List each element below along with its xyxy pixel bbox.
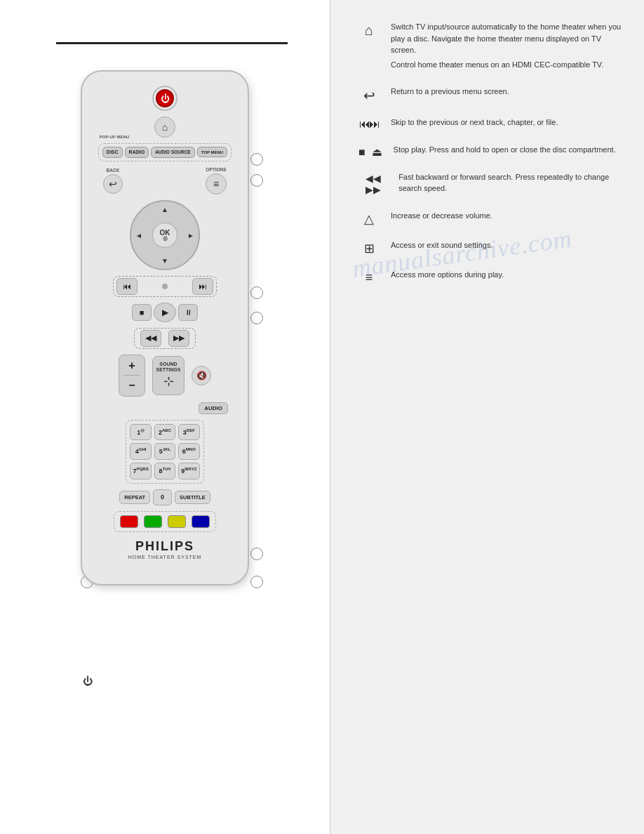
stop-section-text: Stop play. Press and hold to open or clo…	[394, 144, 616, 159]
callout-r1	[250, 153, 263, 166]
nav-circle: ▲ ▼ ◄ ► OK ⦿	[130, 200, 200, 270]
options-icon: ≡	[213, 178, 219, 190]
num3-sub: DEF	[187, 428, 195, 432]
num8-button[interactable]: 8TUV	[154, 463, 175, 479]
options-button[interactable]: ≡	[206, 173, 227, 194]
numpad-row: 1@ 2ABC 3DEF 4GHI 5JKL 6MNO 7PQRS 8TUV 9…	[96, 420, 234, 484]
nav-right-button[interactable]: ►	[187, 231, 194, 239]
disc-button[interactable]: DISC	[102, 147, 123, 158]
pause-button[interactable]: ⏸	[178, 304, 198, 321]
ok-label: OK	[160, 229, 170, 237]
stop-section-icon: ■ ⏏	[358, 145, 382, 159]
back-section-icon: ↩	[358, 87, 380, 104]
numpad: 1@ 2ABC 3DEF 4GHI 5JKL 6MNO 7PQRS 8TUV 9…	[126, 420, 203, 484]
power-symbol-icon: ⏻	[83, 675, 93, 687]
rewind-button[interactable]: ◀◀	[140, 330, 161, 347]
top-menu-button[interactable]: TOP MENU	[197, 147, 227, 157]
play-button[interactable]: ▶	[154, 303, 176, 322]
transport-row: ■ ▶ ⏸	[96, 303, 234, 322]
remote-wrap: ⏻ ⌂ POP-UP MENU DISC RADIO AUDIO SOURCE	[70, 70, 260, 585]
options-label: OPTIONS	[206, 167, 226, 172]
num2-button[interactable]: 2ABC	[154, 424, 175, 441]
num4-button[interactable]: 4GHI	[130, 443, 151, 460]
num2-sub: ABC	[162, 428, 171, 432]
power-button[interactable]: ⏻	[152, 86, 177, 111]
right-panel: manualsarchive.com ⌂ Switch TV input/sou…	[330, 0, 644, 834]
brand-name: PHILIPS	[96, 539, 234, 554]
skip-prev-button[interactable]: ⏮	[116, 278, 137, 295]
fastfwd-button[interactable]: ▶▶	[168, 330, 189, 347]
num3-button[interactable]: 3DEF	[178, 424, 199, 441]
yellow-button[interactable]	[168, 515, 186, 528]
num1-sub: @	[140, 428, 145, 432]
mute-button[interactable]: 🔇	[192, 366, 211, 385]
callout-r4	[250, 312, 263, 324]
num5-sub: JKL	[163, 447, 170, 451]
num1-button[interactable]: 1@	[130, 424, 151, 441]
ff-section-text: Fast backward or forward search. Press r…	[398, 171, 623, 197]
home-icon: ⌂	[162, 121, 168, 133]
num0-button[interactable]: 0	[153, 489, 172, 505]
stop-button[interactable]: ■	[132, 304, 152, 321]
mute-icon: 🔇	[196, 371, 207, 380]
skip-group: ⏮ ⏭	[113, 276, 217, 297]
audio-button[interactable]: AUDIO	[199, 402, 228, 414]
power-icon: ⏻	[161, 93, 170, 104]
skip-prev-icon: ⏮	[123, 282, 131, 291]
left-panel: ⏻ ⌂ POP-UP MENU DISC RADIO AUDIO SOURCE	[0, 0, 330, 834]
vol-section-icon: △	[358, 211, 380, 227]
callout-r5	[250, 548, 263, 560]
vol-section-text: Increase or decrease volume.	[391, 210, 492, 225]
num6-button[interactable]: 6MNO	[178, 443, 199, 460]
num9-sub: WXYZ	[185, 467, 196, 471]
ok-button[interactable]: OK ⦿	[152, 223, 177, 248]
nav-left-button[interactable]: ◄	[135, 231, 142, 239]
skip-next-icon: ⏭	[199, 282, 207, 291]
green-button[interactable]	[144, 515, 162, 528]
rp-section-sound: ⊞ Access or exit sound settings.	[358, 239, 623, 256]
nav-up-button[interactable]: ▲	[161, 206, 168, 213]
sound-section-icon: ⊞	[358, 241, 380, 256]
popup-menu-label: POP-UP MENU	[100, 135, 129, 139]
volume-control[interactable]: + −	[119, 355, 145, 397]
power-symbol-bottom: ⏻	[83, 675, 93, 687]
rp-section-stop: ■ ⏏ Stop play. Press and hold to open or…	[358, 144, 623, 159]
sound-section-text: Access or exit sound settings.	[391, 239, 493, 254]
callout-r3	[250, 286, 263, 299]
pause-icon: ⏸	[185, 308, 192, 317]
ok-sub-icon: ⦿	[163, 237, 168, 241]
sound-settings-button[interactable]: SOUND SETTINGS ⊹	[152, 356, 185, 395]
blue-button[interactable]	[192, 515, 210, 528]
back-icon: ↩	[109, 178, 117, 190]
brand-section: PHILIPS HOME THEATER SYSTEM	[96, 539, 234, 563]
stop-icon: ■	[140, 308, 145, 317]
brand-sub: HOME THEATER SYSTEM	[96, 555, 234, 560]
num5-button[interactable]: 5JKL	[154, 443, 175, 460]
red-button[interactable]	[120, 515, 138, 528]
rp-section-home: ⌂ Switch TV input/source automatically t…	[358, 21, 623, 73]
num7-button[interactable]: 7PQRS	[130, 463, 151, 479]
repeat-button[interactable]: REPEAT	[119, 491, 150, 504]
skip-next-button[interactable]: ⏭	[192, 278, 213, 295]
source-group: DISC RADIO AUDIO SOURCE TOP MENU	[98, 143, 232, 161]
audio-source-button[interactable]: AUDIO SOURCE	[151, 147, 195, 158]
skip-section-icon: ⏮⏭	[358, 118, 380, 131]
options-section-icon: ≡	[358, 270, 380, 285]
back-button[interactable]: ↩	[103, 174, 123, 194]
skip-row: ⏮ ⏭	[96, 276, 234, 297]
home-button[interactable]: ⌂	[154, 117, 175, 138]
callout-r2	[250, 174, 263, 187]
subtitle-button[interactable]: SUBTITLE	[175, 491, 210, 504]
vol-plus-icon: +	[128, 359, 135, 372]
num9-button[interactable]: 9WXYZ	[178, 463, 199, 479]
radio-button[interactable]: RADIO	[125, 147, 149, 158]
back-label: BACK	[107, 168, 120, 173]
ff-section-icon: ◀◀ ▶▶	[358, 173, 387, 195]
home-section-text: Switch TV input/source automatically to …	[391, 21, 623, 73]
nav-down-button[interactable]: ▼	[161, 257, 168, 265]
num4-sub: GHI	[139, 447, 147, 451]
repeat-row: REPEAT 0 SUBTITLE	[96, 489, 234, 505]
audio-row: AUDIO	[96, 402, 234, 414]
power-row: ⏻	[96, 86, 234, 111]
rewind-icon: ◀◀	[145, 333, 156, 343]
